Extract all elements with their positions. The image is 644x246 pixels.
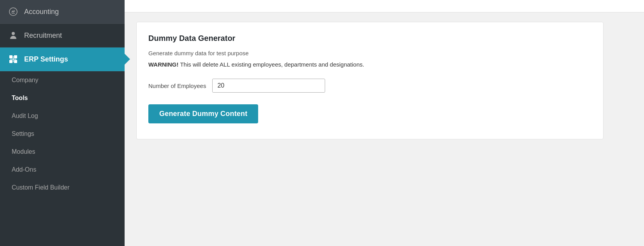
main-content: Dummy Data Generator Generate dummy data… — [125, 0, 644, 246]
card-warning: WARNING! This will delete ALL existing e… — [148, 61, 591, 68]
sidebar-sub-item-add-ons[interactable]: Add-Ons — [0, 161, 125, 179]
warning-bold: WARNING! — [148, 61, 179, 68]
svg-rect-6 — [14, 60, 17, 63]
employee-count-input[interactable] — [212, 79, 325, 93]
sidebar-sub-item-custom-field-builder[interactable]: Custom Field Builder — [0, 179, 125, 197]
svg-point-2 — [12, 32, 15, 35]
sidebar-item-accounting-label: Accounting — [24, 8, 59, 16]
erp-settings-icon — [8, 54, 19, 65]
generate-dummy-content-button[interactable]: Generate Dummy Content — [148, 104, 258, 123]
card-title: Dummy Data Generator — [148, 34, 591, 43]
accounting-icon — [8, 6, 19, 17]
card-description: Generate dummy data for test purpose — [148, 50, 591, 56]
svg-rect-4 — [14, 55, 17, 58]
employee-form-row: Number of Employees — [148, 79, 591, 93]
sidebar-item-recruitment-label: Recruitment — [24, 32, 62, 40]
sidebar-sub-menu: Company Tools Audit Log Settings Modules… — [0, 71, 125, 197]
sidebar-sub-item-tools[interactable]: Tools — [0, 89, 125, 107]
sidebar-sub-item-audit-log[interactable]: Audit Log — [0, 107, 125, 125]
sidebar-item-recruitment[interactable]: Recruitment — [0, 24, 125, 47]
top-bar — [125, 0, 644, 12]
sidebar-item-accounting[interactable]: Accounting — [0, 0, 125, 24]
employee-label: Number of Employees — [148, 83, 206, 89]
dummy-data-generator-card: Dummy Data Generator Generate dummy data… — [136, 22, 604, 139]
recruitment-icon — [8, 30, 19, 41]
content-area: Dummy Data Generator Generate dummy data… — [125, 12, 644, 246]
sidebar-sub-item-modules[interactable]: Modules — [0, 143, 125, 161]
svg-rect-3 — [9, 55, 12, 58]
sidebar-item-erp-settings-label: ERP Settings — [24, 55, 68, 63]
svg-rect-5 — [9, 60, 12, 63]
sidebar-sub-item-company[interactable]: Company — [0, 71, 125, 89]
sidebar-sub-item-settings[interactable]: Settings — [0, 125, 125, 143]
sidebar: Accounting Recruitment ERP Settings — [0, 0, 125, 246]
warning-text: This will delete ALL existing employees,… — [179, 61, 364, 68]
sidebar-item-erp-settings[interactable]: ERP Settings — [0, 47, 125, 71]
